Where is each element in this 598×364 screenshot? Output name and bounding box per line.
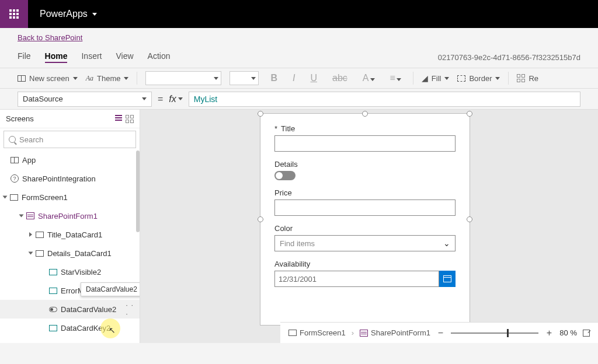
new-screen-button[interactable]: New screen: [18, 74, 78, 83]
resize-handle[interactable]: [258, 216, 263, 222]
zoom-in-button[interactable]: +: [544, 328, 554, 338]
reorder-label: Re: [529, 74, 538, 83]
reorder-button[interactable]: Re: [517, 74, 538, 83]
fill-icon: ◢: [422, 74, 428, 83]
zoom-thumb[interactable]: [507, 329, 509, 337]
scrollbar[interactable]: [136, 150, 140, 232]
form-icon: [26, 212, 34, 219]
fx-button[interactable]: fx: [169, 94, 182, 104]
thumbnail-view-button[interactable]: [126, 115, 134, 123]
fill-label: Fill: [432, 74, 441, 83]
tree-item-errormessage2[interactable]: ErrorM DataCardValue2: [0, 281, 140, 300]
property-dropdown[interactable]: DataSource: [18, 92, 152, 107]
separator: [508, 72, 509, 85]
equals-label: =: [158, 94, 163, 104]
title-input[interactable]: [274, 135, 456, 152]
border-icon: [457, 75, 465, 82]
document-id: 02170763-9e2c-4d71-8656-7f3232515b7d: [438, 53, 580, 62]
resize-handle[interactable]: [258, 111, 263, 117]
breadcrumb-separator: ›: [352, 328, 354, 337]
zoom-percent: 80 %: [559, 328, 577, 337]
separator: [137, 72, 137, 85]
fullscreen-button[interactable]: [583, 330, 590, 337]
menu-action[interactable]: Action: [148, 51, 171, 63]
strikethrough-button[interactable]: abc: [329, 73, 351, 83]
chevron-down-icon: [92, 13, 97, 16]
tree-item-title-datacard1[interactable]: Title_DataCard1: [0, 225, 140, 244]
border-button[interactable]: Border: [457, 74, 500, 83]
tree-view-button[interactable]: [115, 115, 122, 123]
back-to-sharepoint-link[interactable]: Back to SharePoint: [18, 33, 82, 42]
property-label: DataSource: [23, 94, 63, 103]
expand-icon[interactable]: [3, 196, 8, 199]
chevron-down-icon: [124, 77, 128, 80]
chevron-down-icon: [178, 97, 183, 100]
canvas[interactable]: *Title Details Price Color Find items ⌄ …: [140, 110, 598, 343]
font-size-dropdown[interactable]: [230, 71, 259, 85]
details-field-label: Details: [274, 160, 456, 169]
screen-icon: [10, 194, 18, 201]
align-button[interactable]: ≡: [387, 73, 405, 83]
expand-icon[interactable]: [29, 252, 33, 255]
bold-button[interactable]: B: [267, 73, 281, 83]
search-icon: [9, 136, 16, 143]
reorder-icon: [517, 74, 525, 82]
more-options-button[interactable]: · · ·: [123, 300, 140, 318]
font-dropdown[interactable]: [145, 71, 221, 85]
theme-icon: Aa: [86, 74, 93, 83]
separator: [413, 72, 413, 85]
tree-item-sharepoint-integration[interactable]: ? SharePointIntegration: [0, 169, 140, 188]
app-title-dropdown[interactable]: PowerApps: [40, 9, 97, 19]
availability-date-input[interactable]: [274, 271, 439, 287]
menu-view[interactable]: View: [116, 51, 133, 63]
search-placeholder: Search: [19, 135, 43, 144]
color-field-label: Color: [274, 224, 456, 233]
details-toggle[interactable]: [274, 171, 295, 180]
tree-item-price-datacard1[interactable]: Price_DataCard1: [0, 337, 140, 343]
color-combobox[interactable]: Find items ⌄: [274, 235, 456, 251]
card-icon: [36, 232, 44, 238]
search-input[interactable]: Search: [4, 131, 136, 148]
formula-input[interactable]: MyList: [189, 92, 580, 107]
date-picker-button[interactable]: [439, 271, 456, 287]
price-input[interactable]: [274, 200, 456, 216]
app-title-label: PowerApps: [40, 9, 88, 19]
font-color-button[interactable]: A: [359, 73, 378, 83]
chevron-down-icon: [73, 77, 78, 80]
chevron-down-icon: [495, 77, 500, 80]
control-icon: [49, 269, 57, 275]
menu-insert[interactable]: Insert: [81, 51, 102, 63]
breadcrumb-formscreen1[interactable]: FormScreen1: [288, 328, 346, 337]
tree-item-formscreen1[interactable]: FormScreen1: [0, 188, 140, 206]
breadcrumb-sharepointform1[interactable]: SharePointForm1: [360, 328, 430, 337]
chevron-down-icon: [142, 97, 147, 100]
expand-icon[interactable]: [19, 215, 24, 218]
border-label: Border: [469, 74, 492, 83]
resize-handle[interactable]: [467, 111, 472, 117]
expand-icon[interactable]: [29, 232, 32, 237]
zoom-slider[interactable]: [451, 332, 538, 334]
form-preview[interactable]: *Title Details Price Color Find items ⌄ …: [260, 113, 470, 326]
fill-button[interactable]: ◢ Fill: [422, 74, 450, 83]
tree-item-details-datacard1[interactable]: Details_DataCard1: [0, 244, 140, 262]
tree-item-sharepointform1[interactable]: SharePointForm1: [0, 206, 140, 225]
resize-handle[interactable]: [467, 216, 472, 222]
tree-item-datacardkey2[interactable]: DataCardKey2: [0, 318, 140, 337]
tree-item-starvisible2[interactable]: StarVisible2: [0, 262, 140, 281]
screens-panel-title: Screens: [6, 114, 34, 123]
screen-icon: [288, 330, 297, 336]
screen-icon: [18, 75, 26, 82]
tree-item-app[interactable]: App: [0, 150, 140, 169]
menu-file[interactable]: File: [18, 51, 31, 63]
zoom-out-button[interactable]: −: [436, 328, 445, 338]
waffle-icon: [9, 9, 19, 19]
italic-button[interactable]: I: [289, 73, 298, 83]
control-icon: [49, 288, 57, 294]
menu-home[interactable]: Home: [45, 51, 68, 63]
app-launcher-button[interactable]: [0, 0, 28, 28]
resize-handle[interactable]: [362, 111, 368, 117]
underline-button[interactable]: U: [307, 73, 321, 83]
tree-item-datacardvalue2[interactable]: DataCardValue2 · · ·: [0, 300, 140, 318]
control-icon: [49, 325, 57, 331]
theme-button[interactable]: Aa Theme: [86, 74, 129, 83]
